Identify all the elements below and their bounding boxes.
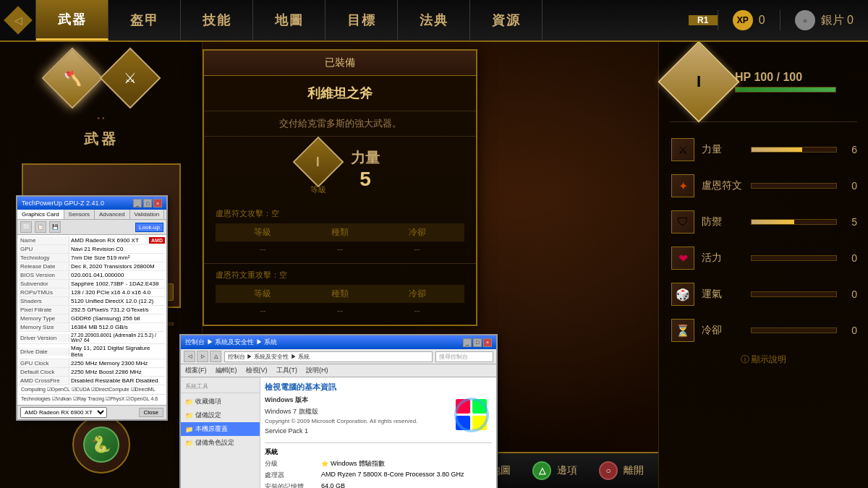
gpuz-tab-validation[interactable]: Validation: [130, 210, 165, 219]
nav-back-icon[interactable]: ◁: [0, 0, 36, 40]
windows-logo: [452, 395, 492, 435]
nav-menu-icon[interactable]: R1: [689, 15, 718, 25]
gpuz-row-crossfire: AMD CrossFire Disabled Resizable BAR Dis…: [19, 377, 165, 385]
options-button[interactable]: △ 邊項: [532, 461, 577, 480]
sysinfo-menubar: 檔案(F) 編輯(E) 檢視(V) 工具(T) 說明(H): [181, 364, 496, 377]
sysinfo-maximize-btn[interactable]: □: [473, 338, 482, 347]
popup-rune-heavy-label: 盧恩符文重攻擊：空: [216, 270, 464, 281]
nav-tab-skills[interactable]: 技能: [181, 0, 253, 40]
sysinfo-row-grade: 分級 ⭐ Windows 體驗指數: [265, 459, 492, 468]
back-arrow[interactable]: ◁: [184, 351, 195, 362]
weapon-detail-popup: 已裝備 利維坦之斧 交付給克雷多斯的強大武器。 I 等級 力量 5 盧恩符文攻擊…: [203, 49, 477, 326]
popup-weapon-name: 利維坦之斧: [204, 76, 476, 111]
nav-tab-codex[interactable]: 法典: [398, 0, 470, 40]
gpuz-tool-3[interactable]: 💾: [49, 221, 61, 233]
nav-tab-map[interactable]: 地圖: [253, 0, 326, 40]
hp-text-block: HP 100 / 100: [735, 71, 836, 93]
defense-bar: [751, 219, 837, 225]
sysinfo-search[interactable]: 搜尋控制台: [435, 351, 493, 362]
gpuz-maximize-btn[interactable]: □: [143, 199, 152, 207]
sysinfo-cpu-value: AMD Ryzen 7 5800X 8-Core Processor 3.80 …: [321, 471, 464, 480]
gpuz-close-btn[interactable]: ×: [153, 199, 162, 207]
options-button-icon: △: [532, 461, 551, 480]
sidebar-item-1[interactable]: 📁 收藏備項: [181, 395, 260, 408]
sysinfo-title-path: 控制台 ▶ 系統及安全性 ▶ 系統: [185, 338, 277, 347]
popup-table-header-2: 等級 種類 冷卻: [216, 285, 464, 303]
cooldown-label: 冷卻: [702, 324, 745, 337]
gpuz-lookup-btn[interactable]: Look-up: [135, 223, 163, 232]
sysinfo-row-cpu: 處理器 AMD Ryzen 7 5800X 8-Core Processor 3…: [265, 471, 492, 480]
sysinfo-window-controls: _ □ ×: [463, 338, 492, 347]
nav-tab-objectives[interactable]: 目標: [326, 0, 398, 40]
nav-tab-armor[interactable]: 盔甲: [109, 0, 181, 40]
back-diamond-icon: ◁: [4, 6, 33, 35]
sysinfo-minimize-btn[interactable]: _: [463, 338, 472, 347]
coin-icon: ○: [795, 10, 815, 30]
sysinfo-main-title: 檢視電腦的基本資訊: [265, 382, 492, 393]
sysinfo-details: 系統 分級 ⭐ Windows 體驗指數 處理器 AMD Ryzen 7 580…: [265, 442, 492, 489]
sysinfo-grade-value: Windows 體驗指數: [331, 459, 385, 468]
strength-bar: [751, 147, 837, 153]
hp-bar: [735, 87, 836, 93]
hp-value: HP 100 / 100: [735, 71, 836, 84]
nav-tab-resources[interactable]: 資源: [470, 0, 542, 40]
luck-icon: 🎲: [670, 281, 696, 307]
strength-icon: ⚔: [670, 137, 696, 163]
sidebar-item-3[interactable]: 📁 本機原覆蓋: [181, 422, 260, 436]
sysinfo-close-btn[interactable]: ×: [483, 338, 492, 347]
shield-emblem: 🐍: [83, 427, 119, 463]
gpuz-tool-2[interactable]: 📋: [35, 221, 46, 233]
sysinfo-service-pack: Service Pack 1: [265, 427, 446, 437]
weapon-icon-secondary[interactable]: ⚔: [99, 48, 161, 109]
hp-diamond: I: [658, 40, 739, 122]
help-button[interactable]: ⓘ 顯示說明: [670, 354, 857, 366]
sysinfo-text-block: Windows 版本 Windows 7 旗艦版 Copyright © 200…: [265, 395, 446, 437]
popup-rune-heavy-section: 盧恩符文重攻擊：空 等級 種類 冷卻 -- -- --: [204, 264, 476, 325]
gpuz-tool-1[interactable]: ⬜: [20, 221, 32, 233]
folder-icon-1: 📁: [185, 398, 193, 406]
gpuz-close-button[interactable]: Close: [139, 408, 163, 417]
weapon-secondary-icon: ⚔: [124, 69, 137, 87]
gpuz-tabs: Graphics Card Sensors Advanced Validatio…: [17, 210, 166, 220]
top-navigation: ◁ 武器 盔甲 技能 地圖 目標 法典 資源 R1 XP 0 ○ 銀片 0: [0, 0, 868, 42]
weapon-icon-primary[interactable]: 🪓: [41, 48, 103, 109]
gpuz-row-shaders: Shaders 5120 Unified DirectX 12.0 (12.2): [19, 297, 165, 306]
menu-edit[interactable]: 編輯(E): [211, 364, 242, 377]
popup-table-row-2: -- -- --: [216, 303, 464, 319]
popup-row2-cooldown: --: [381, 306, 453, 316]
stat-row-strength: ⚔ 力量 6: [670, 137, 857, 163]
menu-tools[interactable]: 工具(T): [272, 364, 302, 377]
popup-row1-level: --: [227, 244, 299, 254]
sysinfo-info-row: Windows 版本 Windows 7 旗艦版 Copyright © 200…: [265, 395, 492, 437]
forward-arrow[interactable]: ▷: [197, 351, 208, 362]
sidebar-item-4[interactable]: 📁 儲備角色設定: [181, 436, 260, 450]
gpuz-device-select[interactable]: AMD Radeon RX 6900 XT: [20, 407, 107, 418]
popup-table-header-1: 等級 種類 冷卻: [216, 223, 464, 241]
sysinfo-win-version-label: Windows 版本: [265, 395, 446, 406]
gpuz-computing: Computing ☑OpenCL ☑CUDA ☑DirectCompute ☑…: [19, 385, 165, 395]
menu-view[interactable]: 檢視(V): [242, 364, 272, 377]
nav-tab-weapons[interactable]: 武器: [36, 0, 109, 40]
menu-file[interactable]: 檔案(F): [181, 364, 211, 377]
hp-level-text: I: [697, 72, 701, 91]
luck-value: 0: [843, 288, 857, 300]
nav-coins-display: ○ 銀片 0: [780, 10, 868, 30]
folder-icon-4: 📁: [185, 440, 193, 447]
up-arrow[interactable]: △: [210, 351, 221, 362]
sidebar-item-2[interactable]: 📁 儲備設定: [181, 408, 260, 422]
popup-col2-level: 等級: [227, 288, 299, 300]
shield-icon-bottom[interactable]: 🐍: [72, 416, 130, 474]
defense-icon: 🛡: [670, 209, 696, 235]
popup-equipped-label: 已裝備: [204, 51, 476, 76]
gpuz-row-tech: Technology 7nm Die Size 519 mm²: [19, 254, 165, 262]
gpuz-tab-advanced[interactable]: Advanced: [95, 210, 130, 219]
sysinfo-main-content: 檢視電腦的基本資訊 Windows 版本 Windows 7 旗艦版 Copyr…: [260, 377, 496, 488]
leave-button[interactable]: ○ 離開: [599, 461, 644, 480]
weapon-icons-row: 🪓 ⚔: [51, 56, 152, 100]
gpuz-window-controls: _ □ ×: [133, 199, 162, 207]
level-indicator: • •: [98, 114, 105, 122]
menu-help[interactable]: 說明(H): [302, 364, 333, 377]
gpuz-tab-graphics[interactable]: Graphics Card: [17, 210, 64, 219]
gpuz-tab-sensors[interactable]: Sensors: [64, 210, 95, 219]
gpuz-minimize-btn[interactable]: _: [133, 199, 142, 207]
